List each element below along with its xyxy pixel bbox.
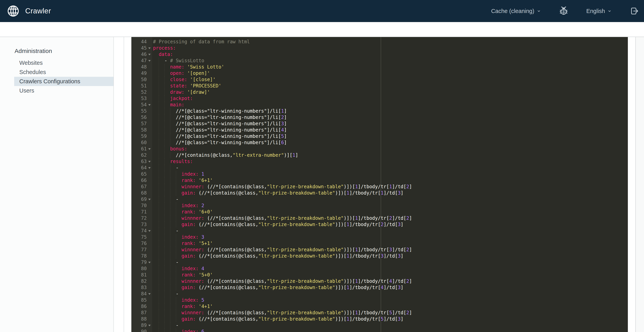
sidebar-item-users[interactable]: Users	[14, 86, 114, 95]
indent-guide	[164, 184, 170, 190]
indent-guide	[164, 164, 170, 171]
sidebar-item-schedules[interactable]: Schedules	[14, 68, 114, 77]
indent-guide	[164, 83, 170, 89]
fold-widget-slot	[147, 246, 152, 253]
code-line: 61bonus:	[131, 146, 628, 152]
fold-toggle-icon[interactable]	[148, 325, 151, 326]
sidebar-item-websites[interactable]: Websites	[14, 58, 114, 68]
code-token: -	[176, 260, 179, 265]
editor-gutter-cell: 89	[131, 322, 152, 328]
sidebar-item-crawlers-configurations[interactable]: Crawlers Configurations	[14, 77, 114, 86]
sidebar-item-label: Users	[19, 88, 34, 94]
indent-guide	[164, 272, 170, 278]
code-token: gain:	[182, 316, 196, 322]
code-token: 4	[281, 127, 284, 133]
fold-toggle-icon[interactable]	[148, 54, 151, 55]
fold-toggle-icon[interactable]	[148, 48, 151, 49]
code-line-content: index: 1	[152, 171, 204, 177]
indent-guide	[159, 152, 164, 158]
indent-guide	[164, 234, 170, 240]
fold-toggle-icon[interactable]	[148, 148, 151, 150]
indent-guide	[159, 83, 164, 89]
code-line-content: rank: '6+0'	[152, 209, 213, 215]
code-line: 56//*[@class="ltr-winning-numbers"]/li[2…	[131, 114, 628, 120]
sidebar-section-title: Administration	[14, 48, 114, 54]
indent-spacer	[153, 171, 159, 177]
code-line-content: bonus:	[152, 146, 187, 152]
indent-guide	[164, 228, 170, 234]
indent-spacer	[153, 108, 159, 114]
editor-gutter-cell: 50	[131, 76, 152, 83]
code-token: winnner:	[182, 310, 204, 316]
indent-spacer	[153, 322, 159, 328]
fold-toggle-icon[interactable]	[148, 60, 151, 62]
code-token: 2	[381, 222, 384, 227]
code-token: index:	[182, 329, 198, 332]
editor-gutter-cell: 72	[131, 215, 152, 221]
indent-spacer	[153, 158, 159, 164]
line-number: 80	[131, 266, 147, 272]
code-token: "ltr-prize-breakdown-table"	[258, 285, 335, 290]
indent-guide	[170, 316, 176, 322]
logout-button[interactable]	[630, 6, 639, 16]
indent-guide	[159, 291, 164, 297]
code-token: ]	[409, 247, 412, 252]
code-line-content: gain: (//*[contains(@class,"ltr-prize-br…	[152, 316, 404, 322]
editor-gutter-cell: 87	[131, 310, 152, 316]
editor-gutter-cell: 49	[131, 70, 152, 76]
debug-button[interactable]	[559, 6, 568, 16]
code-token: '[draw]'	[187, 90, 210, 95]
line-number: 66	[131, 177, 147, 184]
indent-spacer	[153, 266, 159, 272]
fold-widget-slot	[147, 284, 152, 291]
indent-guide	[159, 246, 164, 253]
line-number: 46	[131, 51, 147, 58]
editor-gutter-cell: 90	[131, 328, 152, 332]
code-line-content: index: 4	[152, 266, 204, 272]
line-number: 82	[131, 278, 147, 284]
indent-guide	[164, 221, 170, 228]
fold-toggle-icon[interactable]	[148, 199, 151, 200]
indent-guide	[164, 120, 170, 127]
line-number: 76	[131, 240, 147, 246]
code-token: process:	[153, 45, 176, 51]
code-token: 5	[281, 134, 284, 139]
indent-guide	[159, 127, 164, 133]
line-number: 81	[131, 272, 147, 278]
indent-guide	[159, 76, 164, 83]
indent-guide	[176, 266, 182, 272]
code-token	[198, 171, 201, 177]
fold-toggle-icon[interactable]	[148, 161, 151, 162]
language-menu-label: English	[586, 8, 605, 14]
code-scroll-area: 4344# Processing of data from raw html45…	[131, 37, 628, 332]
code-token: index:	[182, 234, 198, 240]
code-token: //*[@class="ltr-winning-numbers"]/li[	[176, 121, 281, 126]
fold-toggle-icon[interactable]	[148, 167, 151, 169]
fold-toggle-icon[interactable]	[148, 104, 151, 106]
language-menu[interactable]: English	[586, 8, 612, 14]
cache-menu[interactable]: Cache (cleaning)	[491, 8, 541, 14]
code-token: 1	[346, 253, 349, 259]
line-number: 51	[131, 83, 147, 89]
code-line: 46data:	[131, 51, 628, 58]
fold-toggle-icon[interactable]	[148, 293, 151, 295]
yaml-editor[interactable]: 4344# Processing of data from raw html45…	[131, 37, 628, 332]
app-brand[interactable]: Crawler	[0, 4, 51, 18]
code-token: 3	[389, 247, 392, 252]
code-line-content: open: '[open]'	[152, 70, 210, 76]
code-token: ]/td[	[392, 216, 406, 221]
editor-gutter-cell: 61	[131, 146, 152, 152]
indent-spacer	[153, 70, 159, 76]
fold-widget-slot	[147, 51, 152, 58]
code-token: //*[contains(@class,	[176, 152, 233, 158]
fold-toggle-icon[interactable]	[148, 262, 151, 263]
fold-toggle-icon[interactable]	[148, 230, 151, 232]
code-line-content: //*[@class="ltr-winning-numbers"]/li[3]	[152, 120, 287, 127]
indent-guide	[164, 240, 170, 246]
code-token: index:	[182, 297, 198, 303]
code-line-content: data:	[152, 51, 173, 58]
indent-guide	[164, 171, 170, 177]
code-token: 5	[202, 297, 204, 303]
fold-widget-slot	[147, 215, 152, 221]
indent-guide	[164, 291, 170, 297]
